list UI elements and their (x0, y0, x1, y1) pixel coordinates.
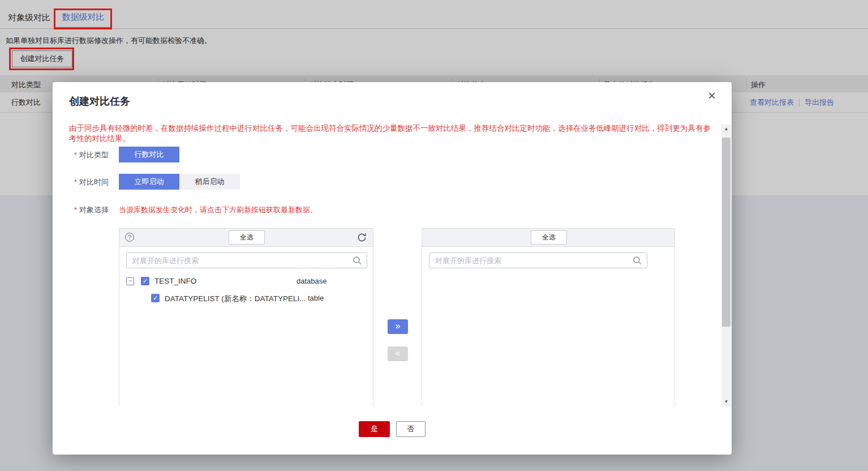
option-row-compare[interactable]: 行数对比 (119, 147, 179, 162)
scroll-up-icon[interactable]: ▲ (721, 125, 731, 134)
search-icon (353, 256, 362, 266)
move-right-button[interactable]: » (388, 319, 408, 334)
target-search-input[interactable] (429, 253, 647, 268)
scrollbar-thumb[interactable] (722, 138, 731, 327)
tree-node-name[interactable]: DATATYPELIST (新名称：DATATYPELI... (165, 294, 306, 304)
checkbox-datatypelist[interactable]: ✓ (151, 294, 160, 302)
tree-node-name[interactable]: TEST_INFO (154, 277, 196, 285)
required-mark: * (74, 151, 77, 159)
field-label-compare-time: *对比时间 (74, 177, 109, 187)
help-icon[interactable]: ? (125, 233, 134, 242)
object-select-note: 当源库数据发生变化时，请点击下方刷新按钮获取最新数据。 (119, 205, 317, 215)
annotation-box-create-button (9, 48, 74, 70)
create-compare-task-dialog: × 创建对比任务 由于同步具有轻微的时差，在数据持续操作过程中进行对比任务，可能… (53, 82, 732, 455)
source-search-box (126, 252, 367, 268)
search-icon (633, 256, 642, 266)
tree-row-table: ✓ DATATYPELIST (新名称：DATATYPELI... table (119, 291, 373, 307)
field-label-compare-type: *对比类型 (74, 150, 109, 160)
dialog-title: 创建对比任务 (69, 95, 130, 108)
tree-row-database: − ✓ TEST_INFO database (119, 274, 373, 290)
source-search-input[interactable] (127, 253, 367, 268)
confirm-button[interactable]: 是 (359, 421, 390, 437)
collapse-icon[interactable]: − (126, 277, 134, 285)
select-all-button-left[interactable]: 全选 (229, 230, 265, 245)
source-object-panel: ? 全选 − (119, 228, 373, 406)
target-object-panel: 全选 (422, 228, 675, 406)
field-label-object-select: *对象选择 (74, 205, 109, 215)
option-start-now[interactable]: 立即启动 (119, 174, 179, 190)
select-all-button-right[interactable]: 全选 (531, 230, 567, 245)
source-panel-header: ? 全选 (119, 229, 373, 247)
scroll-down-icon[interactable]: ▼ (721, 397, 731, 406)
screen: 对象级对比 数据级对比 如果单独对目标库进行数据修改操作，有可能数据检验不准确。… (0, 0, 868, 471)
tree-node-type: table (308, 294, 324, 302)
refresh-icon[interactable] (356, 232, 367, 243)
move-left-button-disabled: « (388, 346, 408, 361)
required-mark: * (74, 178, 77, 186)
target-panel-header: 全选 (422, 229, 674, 247)
close-icon[interactable]: × (706, 87, 718, 105)
dialog-scrollbar[interactable]: ▲ ▼ (721, 125, 731, 406)
target-search-box (429, 252, 647, 268)
option-start-later[interactable]: 稍后启动 (179, 174, 240, 190)
dialog-warning-text: 由于同步具有轻微的时差，在数据持续操作过程中进行对比任务，可能会出现符合实际情况… (69, 123, 717, 144)
tree-node-type: database (297, 277, 327, 285)
cancel-button[interactable]: 否 (396, 421, 426, 437)
required-mark: * (74, 205, 77, 214)
checkbox-test-info[interactable]: ✓ (141, 277, 149, 285)
annotation-box-tab (54, 8, 112, 29)
